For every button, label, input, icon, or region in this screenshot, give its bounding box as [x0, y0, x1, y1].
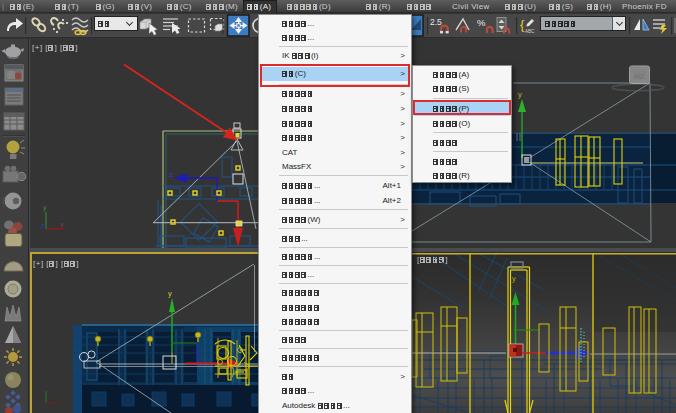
svg-text:ABC: ABC [525, 29, 535, 34]
svg-text:x: x [60, 221, 64, 228]
svg-text:y: y [518, 90, 522, 99]
svg-text:y: y [512, 274, 516, 283]
svg-text:z: z [169, 171, 173, 178]
svg-text:y: y [43, 204, 47, 212]
svg-text:HU: HU [634, 73, 644, 80]
svg-text:2.5: 2.5 [430, 17, 442, 27]
svg-text:z: z [41, 222, 45, 229]
svg-text:%: % [477, 17, 486, 28]
svg-text:y: y [168, 289, 172, 298]
